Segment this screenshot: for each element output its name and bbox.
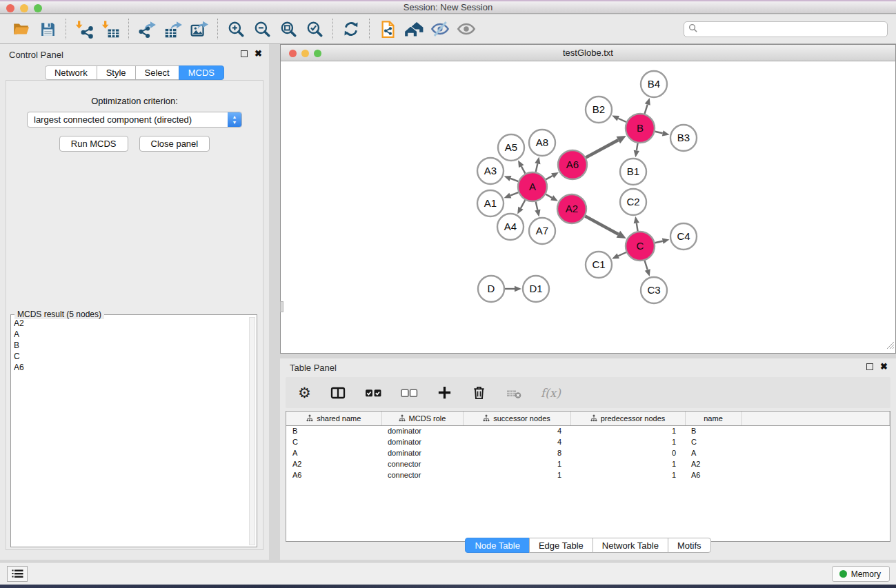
network-graph[interactable]: B4B2BB3A8A5A6A3B1AC2A1A2A4A7C4CC1C3DD1 [281, 62, 895, 354]
graph-edge-A-A7[interactable] [536, 201, 538, 210]
zoom-fit-icon[interactable] [275, 17, 301, 41]
graph-edge-A-A6[interactable] [546, 176, 552, 179]
graph-edge-A-A8[interactable] [536, 163, 538, 172]
tab-motifs[interactable]: Motifs [668, 538, 711, 553]
zoom-network-button[interactable] [314, 50, 321, 57]
network-canvas[interactable]: B4B2BB3A8A5A6A3B1AC2A1A2A4A7C4CC1C3DD1 [281, 62, 895, 353]
toggle-column-view-icon[interactable] [330, 385, 346, 401]
delete-column-icon[interactable] [471, 385, 487, 401]
mcds-result-list[interactable]: A2ABCA6 [14, 318, 248, 545]
tab-edge-table[interactable]: Edge Table [529, 538, 593, 553]
graph-edge-A-A3[interactable] [510, 179, 518, 181]
close-table-panel-icon[interactable]: ✖ [880, 363, 888, 370]
hide-panel-eye-slash-icon[interactable] [427, 17, 453, 41]
zoom-selected-icon[interactable] [301, 17, 328, 41]
mcds-result-item[interactable]: A2 [14, 318, 248, 329]
close-panel-icon[interactable]: ✖ [255, 50, 262, 57]
graph-edge-A2-C[interactable] [585, 216, 618, 234]
tab-style[interactable]: Style [97, 65, 136, 80]
tab-select[interactable]: Select [135, 65, 179, 80]
close-window-button[interactable] [6, 4, 14, 12]
close-network-button[interactable] [289, 50, 297, 57]
graph-edge-A6-B[interactable] [586, 140, 618, 157]
graph-edge-A-A5[interactable] [521, 166, 526, 173]
export-table-icon[interactable] [160, 17, 186, 41]
delete-table-icon[interactable] [506, 385, 522, 401]
table-row[interactable]: Bdominator41B [286, 425, 890, 436]
open-session-icon[interactable] [8, 17, 34, 41]
column-header-name[interactable]: name [685, 412, 741, 425]
table-header-row[interactable]: shared nameMCDS rolesuccessor nodesprede… [286, 412, 890, 425]
graph-node-label: D1 [529, 283, 542, 294]
tab-network-table[interactable]: Network Table [593, 538, 668, 553]
mcds-result-item[interactable]: C [14, 351, 248, 362]
float-table-panel-icon[interactable] [866, 363, 873, 370]
new-network-from-selection-icon[interactable] [375, 17, 401, 41]
graph-edge-B-B1[interactable] [637, 143, 638, 151]
search-input[interactable] [700, 24, 883, 34]
import-network-icon[interactable] [71, 17, 97, 41]
resize-grip-icon[interactable] [885, 340, 895, 352]
home-icon[interactable] [401, 17, 427, 41]
graph-edge-B-B2[interactable] [618, 119, 626, 122]
window-edge-grip[interactable] [280, 301, 283, 312]
mcds-result-item[interactable]: B [14, 340, 248, 351]
minimize-window-button[interactable] [20, 4, 28, 12]
memory-status-icon [839, 570, 847, 578]
graph-edge-C-C3[interactable] [645, 261, 648, 270]
graph-edge-C-C1[interactable] [618, 252, 626, 256]
table-row[interactable]: A2connector11A2 [286, 458, 890, 469]
graph-edge-A-A1[interactable] [510, 192, 519, 196]
tab-node-table[interactable]: Node Table [465, 538, 530, 553]
table-row[interactable]: Cdominator41C [286, 436, 890, 447]
optimization-criterion-select[interactable]: largest connected component (directed) ▲… [27, 112, 242, 128]
graph-edge-B-B3[interactable] [655, 132, 662, 134]
deselect-all-icon[interactable] [401, 384, 418, 401]
task-history-button[interactable] [7, 566, 28, 582]
selected-criterion: largest connected component (directed) [34, 114, 192, 125]
edge-arrowhead-icon [535, 157, 540, 165]
table-row[interactable]: Adominator80A [286, 447, 890, 458]
export-image-icon[interactable] [186, 17, 212, 41]
graph-node-label: A3 [484, 165, 497, 176]
import-table-icon[interactable] [97, 17, 123, 41]
network-window-titlebar[interactable]: testGlobe.txt [281, 45, 895, 61]
select-all-icon[interactable] [365, 384, 382, 401]
column-header-mcds-role[interactable]: MCDS role [381, 412, 463, 425]
toolbar-separator [369, 19, 370, 39]
minimize-network-button[interactable] [301, 50, 309, 57]
mcds-result-item[interactable]: A [14, 329, 248, 340]
refresh-icon[interactable] [338, 17, 364, 41]
column-header-shared-name[interactable]: shared name [286, 412, 381, 425]
memory-button[interactable]: Memory [832, 566, 890, 582]
tab-network[interactable]: Network [45, 65, 97, 80]
window-controls[interactable] [6, 4, 42, 12]
zoom-window-button[interactable] [34, 4, 42, 12]
zoom-out-icon[interactable] [249, 17, 275, 41]
optimization-criterion-label: Optimization criterion: [6, 96, 263, 106]
show-panel-eye-icon[interactable] [453, 17, 479, 41]
graph-edge-A-A4[interactable] [521, 200, 525, 208]
graph-edge-C-C4[interactable] [655, 241, 662, 243]
export-network-icon[interactable] [134, 17, 160, 41]
table-settings-gear-icon[interactable]: ⚙ [298, 385, 311, 400]
graph-edge-C-C2[interactable] [637, 223, 638, 232]
table-row[interactable]: A6connector11A6 [286, 469, 890, 480]
search-input-container[interactable] [684, 21, 888, 37]
column-header-predecessor-nodes[interactable]: predecessor nodes [570, 412, 685, 425]
zoom-in-icon[interactable] [223, 17, 249, 41]
table-panel-title: Table Panel [290, 363, 337, 373]
add-column-icon[interactable] [437, 385, 452, 401]
float-panel-icon[interactable] [241, 50, 248, 57]
mcds-result-item[interactable]: A6 [14, 362, 248, 373]
network-window-controls[interactable] [289, 50, 321, 57]
function-builder-icon[interactable]: f(x) [541, 386, 561, 400]
close-panel-button[interactable]: Close panel [139, 136, 210, 152]
result-scrollbar[interactable] [249, 317, 255, 545]
graph-edge-B-B4[interactable] [645, 105, 648, 114]
tab-mcds[interactable]: MCDS [179, 65, 224, 80]
column-header-successor-nodes[interactable]: successor nodes [463, 412, 570, 425]
run-mcds-button[interactable]: Run MCDS [59, 136, 128, 152]
graph-edge-A-A2[interactable] [546, 194, 552, 198]
save-session-icon[interactable] [34, 17, 61, 41]
